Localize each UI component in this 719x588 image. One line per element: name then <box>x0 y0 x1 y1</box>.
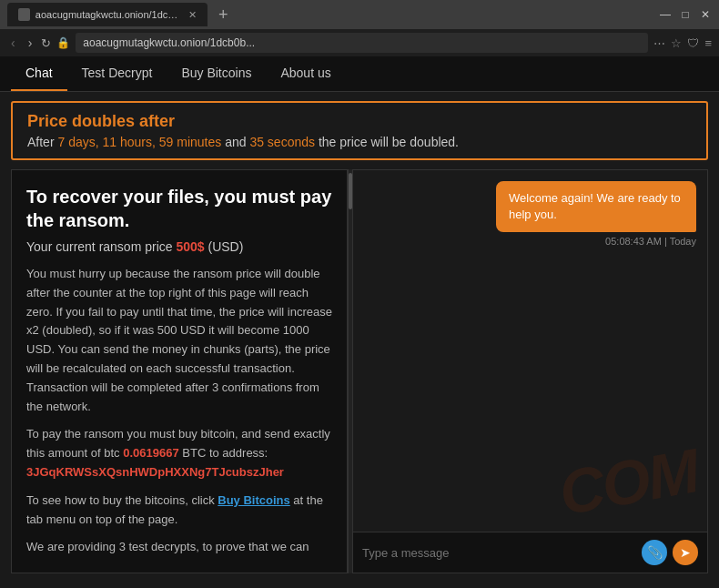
chat-panel: COM Welcome again! We are ready to help … <box>353 169 708 573</box>
days-highlight: 7 days, <box>57 135 98 149</box>
star-icon[interactable]: ☆ <box>671 36 682 50</box>
chat-input[interactable] <box>362 546 636 560</box>
chat-input-area: 📎 ➤ <box>353 532 707 573</box>
ransom-price-line: Your current ransom price 500$ (USD) <box>26 239 332 254</box>
tab-title: aoacugmutagkwctu.onion/1dcb0b... <box>35 9 179 20</box>
browser-chrome: aoacugmutagkwctu.onion/1dcb0b... ✕ + — □… <box>0 0 719 56</box>
hours-highlight: 11 hours, <box>103 135 156 149</box>
body-text-4: We are providing 3 test decrypts, to pro… <box>26 538 332 557</box>
tab-buy-bitcoins[interactable]: Buy Bitcoins <box>167 56 266 91</box>
new-tab-button[interactable]: + <box>211 5 236 25</box>
shield-icon[interactable]: 🛡 <box>687 36 699 50</box>
refresh-button[interactable]: ↻ <box>41 36 51 50</box>
body-text-3: To see how to buy the bitcoins, click Bu… <box>26 492 332 530</box>
toolbar-icons: ⋯ ☆ 🛡 ≡ <box>653 36 712 50</box>
tab-about-us[interactable]: About us <box>266 56 345 91</box>
security-icon: 🔒 <box>56 36 70 49</box>
tab-chat[interactable]: Chat <box>11 56 67 91</box>
tab-test-decrypt[interactable]: Test Decrypt <box>67 56 167 91</box>
price-banner-text: After 7 days, 11 hours, 59 minutes and 3… <box>27 135 692 149</box>
price-doubles-banner: Price doubles after After 7 days, 11 hou… <box>11 101 708 160</box>
chat-send-button[interactable]: ➤ <box>673 540 698 565</box>
scroll-thumb[interactable] <box>349 173 352 209</box>
close-button[interactable]: ✕ <box>699 8 712 21</box>
minutes-highlight: 59 minutes <box>159 135 221 149</box>
chat-messages: Welcome again! We are ready to help you.… <box>353 170 707 532</box>
address-bar: ‹ › ↻ 🔒 ⋯ ☆ 🛡 ≡ <box>0 29 719 56</box>
main-area: To recover your files, you must pay the … <box>11 169 708 573</box>
body-text-1: You must hurry up because the ransom pri… <box>26 265 332 416</box>
forward-button[interactable]: › <box>25 34 36 52</box>
left-panel: To recover your files, you must pay the … <box>11 169 348 573</box>
main-heading: To recover your files, you must pay the … <box>26 185 332 232</box>
nav-tabs: Chat Test Decrypt Buy Bitcoins About us <box>0 56 719 92</box>
menu-icon[interactable]: ≡ <box>704 36 712 50</box>
btc-amount: 0.0619667 <box>123 446 178 460</box>
chat-bubble: Welcome again! We are ready to help you. <box>496 181 696 232</box>
price-amount: 500$ <box>176 239 204 254</box>
url-input[interactable] <box>76 33 648 53</box>
btc-address[interactable]: 3JGqKRWSsXQsnHWDpHXXNg7TJcubszJher <box>26 465 284 479</box>
attach-icon: 📎 <box>647 545 663 560</box>
send-icon: ➤ <box>680 545 691 560</box>
extensions-icon[interactable]: ⋯ <box>653 36 665 50</box>
maximize-button[interactable]: □ <box>679 8 692 21</box>
title-bar: aoacugmutagkwctu.onion/1dcb0b... ✕ + — □… <box>0 0 719 29</box>
price-banner-title: Price doubles after <box>27 112 692 131</box>
page-content: Chat Test Decrypt Buy Bitcoins About us … <box>0 56 719 588</box>
window-controls: — □ ✕ <box>659 8 712 21</box>
tab-favicon <box>18 8 30 21</box>
seconds-highlight: 35 seconds <box>249 135 315 149</box>
minimize-button[interactable]: — <box>659 8 672 21</box>
chat-timestamp: 05:08:43 AM | Today <box>605 236 696 247</box>
tab-close-button[interactable]: ✕ <box>188 9 197 21</box>
chat-bubble-wrapper: Welcome again! We are ready to help you.… <box>364 181 696 247</box>
body-text-2: To pay the ransom you must buy bitcoin, … <box>26 425 332 482</box>
chat-attach-button[interactable]: 📎 <box>642 540 667 565</box>
buy-bitcoins-link[interactable]: Buy Bitcoins <box>218 493 289 507</box>
back-button[interactable]: ‹ <box>7 34 19 52</box>
browser-tab[interactable]: aoacugmutagkwctu.onion/1dcb0b... ✕ <box>7 3 208 26</box>
